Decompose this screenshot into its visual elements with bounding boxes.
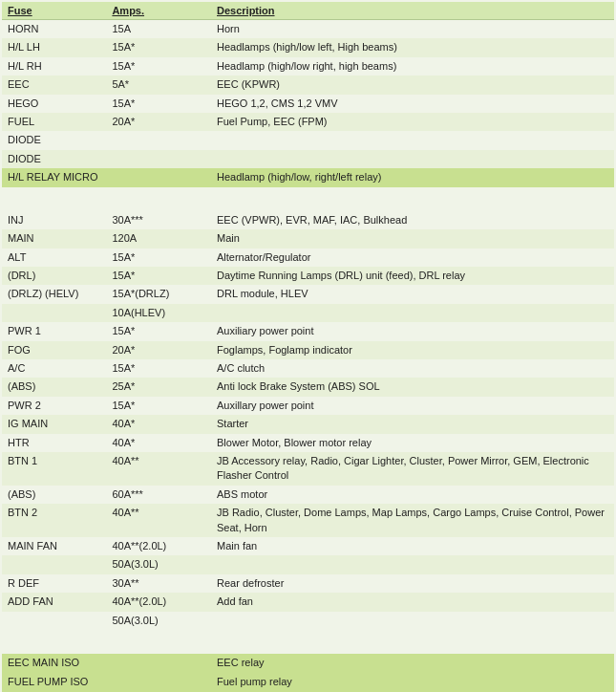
cell-desc: Foglamps, Foglamp indicator [211, 341, 614, 359]
header-fuse: Fuse [2, 2, 106, 20]
cell-fuse: HTR [2, 434, 106, 452]
cell-amps [106, 673, 211, 691]
cell-fuse: PWR 1 [2, 322, 106, 340]
cell-fuse: MAIN FAN [2, 537, 106, 555]
cell-desc: Fuel Pump, EEC (FPM) [211, 113, 614, 131]
table-row: DIODE [2, 150, 614, 168]
table-row: H/L RH15A*Headlamp (high/low right, high… [2, 57, 614, 76]
cell-amps: 30A** [106, 574, 211, 593]
table-row: DIODE [2, 131, 614, 149]
fuse-table: Fuse Amps. Description HORN15AHornH/L LH… [2, 2, 614, 692]
table-row: INJ30A***EEC (VPWR), EVR, MAF, IAC, Bulk… [2, 211, 614, 229]
cell-amps: 40A**(2.0L) [106, 537, 211, 555]
cell-amps: 60A*** [106, 486, 211, 504]
cell-desc: ABS motor [211, 486, 614, 504]
cell-desc: Fuel pump relay [211, 673, 614, 691]
table-row: 50A(3.0L) [2, 612, 614, 630]
cell-fuse: DIODE [2, 131, 106, 149]
cell-amps: 15A* [106, 38, 211, 56]
cell-desc: Rear defroster [211, 574, 614, 593]
table-row: FUEL PUMP ISOFuel pump relay [2, 673, 614, 691]
table-row: 50A(3.0L) [2, 555, 614, 573]
table-row: FOG20A*Foglamps, Foglamp indicator [2, 341, 614, 359]
cell-fuse: H/L RH [2, 57, 106, 76]
cell-amps: 50A(3.0L) [106, 555, 211, 573]
cell-amps: 40A** [106, 504, 211, 537]
cell-desc: Headlamps (high/low left, High beams) [211, 38, 614, 56]
table-row: HEGO15A*HEGO 1,2, CMS 1,2 VMV [2, 95, 614, 113]
table-row: BTN 140A**JB Accessory relay, Radio, Cig… [2, 452, 614, 486]
cell-desc: Horn [211, 20, 614, 39]
cell-fuse [2, 304, 106, 322]
table-row: BTN 240A**JB Radio, Cluster, Dome Lamps,… [2, 504, 614, 537]
cell-amps: 25A* [106, 378, 211, 396]
cell-amps: 30A*** [106, 211, 211, 229]
cell-fuse: ALT [2, 249, 106, 267]
cell-fuse: A/C [2, 359, 106, 378]
cell-amps: 15A* [106, 267, 211, 285]
cell-desc: Headlamp (high/low right, high beams) [211, 57, 614, 76]
cell-desc [211, 304, 614, 322]
cell-amps: 15A*(DRLZ) [106, 285, 211, 303]
cell-desc: Auxiliary power point [211, 322, 614, 340]
cell-amps [106, 150, 211, 168]
cell-fuse: (DRLZ) (HELV) [2, 285, 106, 303]
cell-fuse: HEGO [2, 95, 106, 113]
header-desc: Description [211, 2, 614, 20]
cell-fuse: INJ [2, 211, 106, 229]
cell-fuse: (ABS) [2, 378, 106, 396]
cell-desc: Starter [211, 415, 614, 433]
cell-amps: 15A* [106, 95, 211, 113]
table-row: PWR 215A*Auxillary power point [2, 397, 614, 415]
cell-amps: 10A(HLEV) [106, 304, 211, 322]
cell-fuse: MAIN [2, 229, 106, 248]
cell-desc: Main fan [211, 537, 614, 555]
table-row: H/L LH15A*Headlamps (high/low left, High… [2, 38, 614, 56]
cell-amps: 40A**(2.0L) [106, 593, 211, 611]
cell-desc: Anti lock Brake System (ABS) SOL [211, 378, 614, 396]
cell-desc: Daytime Running Lamps (DRL) unit (feed),… [211, 267, 614, 285]
cell-fuse: H/L RELAY MICRO [2, 168, 106, 186]
cell-amps: 15A [106, 20, 211, 39]
cell-amps: 20A* [106, 341, 211, 359]
cell-desc: Auxillary power point [211, 397, 614, 415]
cell-desc: EEC (KPWR) [211, 76, 614, 94]
table-row: A/C15A*A/C clutch [2, 359, 614, 378]
cell-fuse: FUEL PUMP ISO [2, 673, 106, 691]
table-row: MAIN FAN40A**(2.0L)Main fan [2, 537, 614, 555]
cell-fuse: H/L LH [2, 38, 106, 56]
cell-amps: 15A* [106, 322, 211, 340]
cell-amps: 50A(3.0L) [106, 612, 211, 630]
cell-desc: JB Accessory relay, Radio, Cigar Lighter… [211, 452, 614, 486]
cell-amps: 40A* [106, 434, 211, 452]
cell-amps: 15A* [106, 57, 211, 76]
table-row: EEC MAIN ISOEEC relay [2, 654, 614, 672]
table-row: (ABS)60A***ABS motor [2, 486, 614, 504]
table-row: HTR40A*Blower Motor, Blower motor relay [2, 434, 614, 452]
cell-fuse [2, 612, 106, 630]
table-row: R DEF30A**Rear defroster [2, 574, 614, 593]
cell-amps: 40A* [106, 415, 211, 433]
cell-desc: JB Radio, Cluster, Dome Lamps, Map Lamps… [211, 504, 614, 537]
table-row: (DRLZ) (HELV)15A*(DRLZ)DRL module, HLEV [2, 285, 614, 303]
cell-fuse: EEC [2, 76, 106, 94]
cell-fuse: R DEF [2, 574, 106, 593]
cell-amps [106, 131, 211, 149]
cell-fuse: DIODE [2, 150, 106, 168]
cell-desc [211, 555, 614, 573]
cell-amps: 15A* [106, 359, 211, 378]
cell-desc: Alternator/Regulator [211, 249, 614, 267]
cell-fuse [2, 555, 106, 573]
table-row: PWR 115A*Auxiliary power point [2, 322, 614, 340]
table-row [2, 187, 614, 211]
cell-desc [211, 131, 614, 149]
cell-amps: 15A* [106, 397, 211, 415]
cell-amps [106, 168, 211, 186]
cell-desc: HEGO 1,2, CMS 1,2 VMV [211, 95, 614, 113]
cell-fuse: (ABS) [2, 486, 106, 504]
table-row: (DRL)15A*Daytime Running Lamps (DRL) uni… [2, 267, 614, 285]
table-row: H/L RELAY MICROHeadlamp (high/low, right… [2, 168, 614, 186]
cell-amps: 15A* [106, 249, 211, 267]
cell-fuse: IG MAIN [2, 415, 106, 433]
cell-desc: EEC relay [211, 654, 614, 672]
